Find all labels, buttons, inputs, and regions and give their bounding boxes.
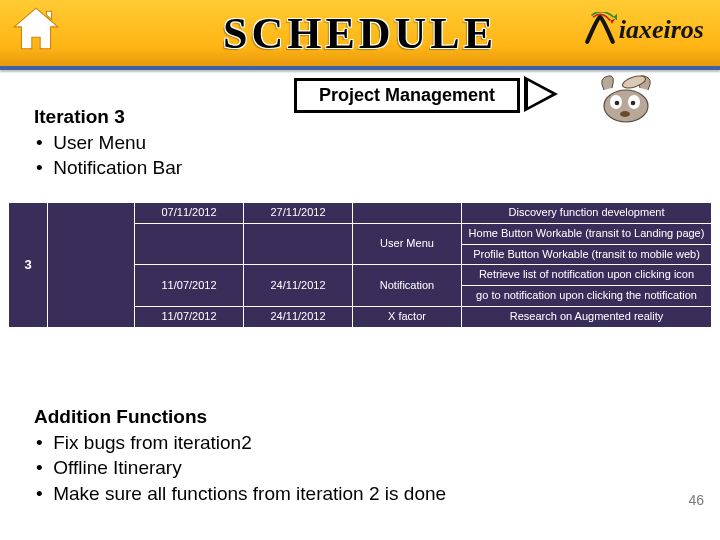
iteration-heading: Iteration 3: [34, 104, 182, 130]
addition-item: • Fix bugs from iteration2: [36, 430, 446, 456]
mascot-icon: [594, 72, 658, 126]
svg-point-4: [604, 90, 648, 122]
iteration-item: • User Menu: [36, 130, 182, 156]
table-row: 3 07/11/2012 27/11/2012 Discovery functi…: [9, 203, 712, 224]
iteration-item: • Notification Bar: [36, 155, 182, 181]
task-cell: [353, 203, 462, 224]
addition-section: Addition Functions • Fix bugs from itera…: [34, 404, 446, 507]
addition-item-label: Offline Itinerary: [53, 457, 181, 478]
desc-cell: Discovery function development: [462, 203, 712, 224]
task-cell: X factor: [353, 306, 462, 327]
task-cell: User Menu: [353, 223, 462, 265]
home-icon[interactable]: [10, 4, 66, 60]
iteration-id-cell: 3: [9, 203, 48, 328]
pm-box-label: Project Management: [294, 78, 520, 113]
header-bar: SCHEDULE iaxeiros: [0, 0, 720, 69]
page-title: SCHEDULE: [223, 8, 497, 59]
brand-text: iaxeiros: [619, 15, 704, 44]
task-cell: Notification: [353, 265, 462, 307]
page-number: 46: [688, 492, 704, 508]
svg-point-9: [620, 111, 630, 117]
start-date-cell: [135, 223, 244, 265]
addition-heading: Addition Functions: [34, 404, 446, 430]
pm-callout: Project Management: [294, 78, 520, 113]
desc-cell: go to notification upon clicking the not…: [462, 286, 712, 307]
iteration-item-label: User Menu: [53, 132, 146, 153]
iteration-name-cell: [48, 203, 135, 328]
iteration-item-label: Notification Bar: [53, 157, 182, 178]
start-date-cell: 07/11/2012: [135, 203, 244, 224]
end-date-cell: [244, 223, 353, 265]
addition-item-label: Fix bugs from iteration2: [53, 432, 252, 453]
end-date-cell: 24/11/2012: [244, 306, 353, 327]
addition-item-label: Make sure all functions from iteration 2…: [53, 483, 446, 504]
start-date-cell: 11/07/2012: [135, 265, 244, 307]
iteration-section: Iteration 3 • User Menu • Notification B…: [34, 104, 182, 181]
start-date-cell: 11/07/2012: [135, 306, 244, 327]
addition-item: • Offline Itinerary: [36, 455, 446, 481]
header-underline: [0, 66, 720, 70]
brand-logo: iaxeiros: [583, 12, 704, 46]
end-date-cell: 24/11/2012: [244, 265, 353, 307]
arrow-right-icon: [524, 76, 558, 112]
svg-point-7: [615, 101, 620, 106]
desc-cell: Profile Button Workable (transit to mobi…: [462, 244, 712, 265]
svg-marker-2: [610, 19, 615, 24]
schedule-table: 3 07/11/2012 27/11/2012 Discovery functi…: [8, 202, 712, 328]
addition-item: • Make sure all functions from iteration…: [36, 481, 446, 507]
svg-point-8: [631, 101, 636, 106]
desc-cell: Retrieve list of notification upon click…: [462, 265, 712, 286]
desc-cell: Home Button Workable (transit to Landing…: [462, 223, 712, 244]
end-date-cell: 27/11/2012: [244, 203, 353, 224]
desc-cell: Research on Augmented reality: [462, 306, 712, 327]
